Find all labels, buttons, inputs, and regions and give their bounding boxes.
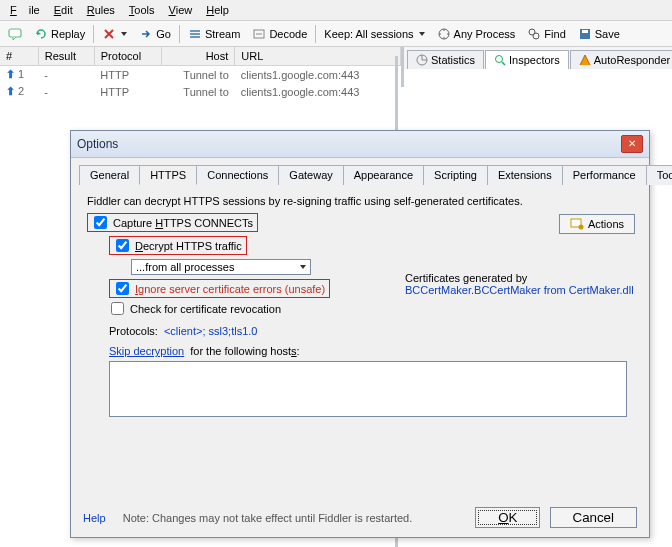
protocols-value[interactable]: <client>; ssl3;tls1.0 [164,325,258,337]
revocation-checkbox[interactable] [111,302,124,315]
cert-info: Certificates generated by BCCertMaker.BC… [405,272,635,296]
processes-dropdown[interactable]: ...from all processes [131,259,311,275]
toolbar: Replay Go Stream Decode Keep: All sessio… [0,21,672,47]
go-button[interactable]: Go [135,25,175,43]
revocation-label: Check for certificate revocation [130,303,281,315]
tab-extensions[interactable]: Extensions [487,165,563,185]
skip-decryption-link[interactable]: Skip decryption [109,345,184,357]
upload-icon: ⬆ [6,68,15,80]
ok-button[interactable]: OK [475,507,540,528]
col-num[interactable]: # [0,47,38,66]
protocols-label: Protocols: [109,325,158,337]
capture-checkbox[interactable] [94,216,107,229]
menu-rules[interactable]: Rules [81,2,121,18]
menu-edit[interactable]: Edit [48,2,79,18]
tab-tools[interactable]: Tools [646,165,672,185]
decrypt-checkbox[interactable] [116,239,129,252]
upload-icon: ⬆ [6,85,15,97]
svg-point-4 [533,33,539,39]
comment-button[interactable] [4,25,26,43]
options-dialog: Options ✕ General HTTPS Connections Gate… [70,130,650,538]
table-row[interactable]: ⬆ 1 - HTTP Tunnel to clients1.google.com… [0,66,401,84]
menu-view[interactable]: View [163,2,199,18]
skip-suffix: for the following hosts: [190,345,299,357]
help-link[interactable]: Help [83,512,106,524]
tab-general[interactable]: General [79,165,140,185]
ignore-checkbox[interactable] [116,282,129,295]
tab-gateway[interactable]: Gateway [278,165,343,185]
actions-button[interactable]: Actions [559,214,635,234]
ignore-label: Ignore server certificate errors (unsafe… [135,283,325,295]
svg-rect-0 [9,29,21,37]
replay-button[interactable]: Replay [30,25,89,43]
col-protocol[interactable]: Protocol [94,47,162,66]
tab-inspectors[interactable]: Inspectors [485,50,569,69]
hosts-textarea[interactable] [109,361,627,417]
cancel-button[interactable]: Cancel [550,507,638,528]
options-tabs: General HTTPS Connections Gateway Appear… [79,164,641,185]
capture-highlight: Capture HTTPS CONNECTs [87,213,258,232]
menu-file[interactable]: File [4,2,46,18]
dialog-footer: Help Note: Changes may not take effect u… [83,507,637,528]
certificate-icon [570,217,584,231]
main-area: # Result Protocol Host URL ⬆ 1 - HTTP Tu… [0,47,672,87]
tab-scripting[interactable]: Scripting [423,165,488,185]
tab-performance[interactable]: Performance [562,165,647,185]
svg-point-10 [578,225,583,230]
col-url[interactable]: URL [235,47,401,66]
svg-point-8 [496,56,503,63]
decrypt-label: Decrypt HTTPS traffic [135,240,242,252]
capture-label: Capture HTTPS CONNECTs [113,217,253,229]
ignore-highlight: Ignore server certificate errors (unsafe… [109,279,330,298]
menubar: File Edit Rules Tools View Help [0,0,672,21]
cert-link[interactable]: BCCertMaker.BCCertMaker from CertMaker.d… [405,284,635,296]
right-panel: Statistics Inspectors AutoResponder [404,47,672,87]
remove-button[interactable] [98,25,131,43]
save-button[interactable]: Save [574,25,624,43]
process-dropdown[interactable]: Any Process [433,25,520,43]
decode-button[interactable]: Decode [248,25,311,43]
tab-autoresponder[interactable]: AutoResponder [570,50,672,69]
svg-rect-6 [582,30,588,33]
https-panel: Fiddler can decrypt HTTPS sessions by re… [79,191,641,421]
chevron-down-icon [300,265,306,269]
col-result[interactable]: Result [38,47,94,66]
menu-help[interactable]: Help [200,2,235,18]
menu-tools[interactable]: Tools [123,2,161,18]
stream-button[interactable]: Stream [184,25,244,43]
col-host[interactable]: Host [162,47,235,66]
tab-appearance[interactable]: Appearance [343,165,424,185]
find-button[interactable]: Find [523,25,569,43]
table-row[interactable]: ⬆ 2 - HTTP Tunnel to clients1.google.com… [0,83,401,100]
decrypt-highlight: Decrypt HTTPS traffic [109,236,247,255]
close-button[interactable]: ✕ [621,135,643,153]
titlebar: Options ✕ [71,131,649,158]
tab-statistics[interactable]: Statistics [407,50,484,69]
panel-description: Fiddler can decrypt HTTPS sessions by re… [87,195,633,207]
sessions-panel: # Result Protocol Host URL ⬆ 1 - HTTP Tu… [0,47,404,87]
tab-https[interactable]: HTTPS [139,165,197,185]
keep-dropdown[interactable]: Keep: All sessions [320,26,428,42]
tab-connections[interactable]: Connections [196,165,279,185]
dialog-title: Options [77,137,118,151]
restart-note: Note: Changes may not take effect until … [123,512,413,524]
